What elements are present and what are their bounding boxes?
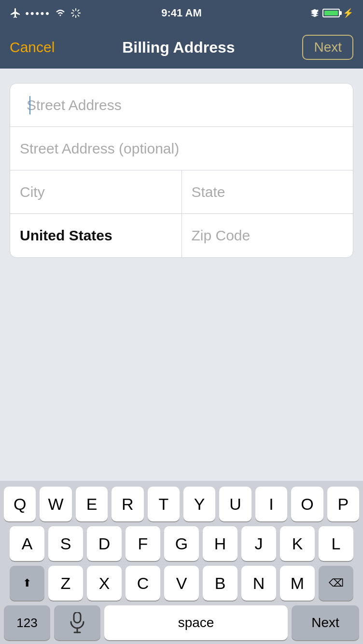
space-key[interactable]: space — [104, 605, 288, 640]
key-v[interactable]: V — [164, 566, 199, 601]
country-cell[interactable]: United States — [10, 214, 182, 257]
key-y[interactable]: Y — [183, 487, 215, 521]
backspace-icon: ⌫ — [329, 577, 344, 589]
form-card: United States — [10, 83, 353, 258]
key-g[interactable]: G — [164, 526, 199, 561]
key-z[interactable]: Z — [48, 566, 83, 601]
key-k[interactable]: K — [280, 526, 315, 561]
keyboard-row-3: ⬆ Z X C V B N M ⌫ — [4, 566, 359, 601]
key-h[interactable]: H — [203, 526, 237, 561]
keyboard: Q W E R T Y U I O P A S D F G H J K L ⬆ … — [0, 481, 363, 644]
keyboard-next-key[interactable]: Next — [292, 605, 359, 640]
key-f[interactable]: F — [126, 526, 160, 561]
key-x[interactable]: X — [87, 566, 122, 601]
battery-icon — [322, 9, 340, 17]
key-c[interactable]: C — [126, 566, 160, 601]
key-w[interactable]: W — [40, 487, 71, 521]
city-state-row — [10, 170, 353, 214]
key-m[interactable]: M — [280, 566, 315, 601]
country-zip-row: United States — [10, 214, 353, 257]
text-cursor — [29, 96, 30, 114]
state-cell[interactable] — [182, 170, 353, 213]
city-input[interactable] — [20, 184, 172, 200]
key-l[interactable]: L — [319, 526, 353, 561]
key-i[interactable]: I — [255, 487, 287, 521]
wifi-icon — [54, 8, 67, 18]
form-area: United States — [0, 69, 363, 481]
key-p[interactable]: P — [327, 487, 359, 521]
key-n[interactable]: N — [241, 566, 276, 601]
zip-code-input[interactable] — [192, 227, 344, 244]
signal-icon: ●●●●● — [25, 9, 50, 17]
street-address-input[interactable] — [20, 97, 343, 113]
nav-bar: Cancel Billing Address Next — [0, 26, 363, 69]
keyboard-row-1: Q W E R T Y U I O P — [4, 487, 359, 521]
key-a[interactable]: A — [10, 526, 44, 561]
status-right: ⚡ — [310, 8, 353, 18]
svg-rect-0 — [74, 612, 81, 623]
status-bar: ●●●●● 9:41 AM ⚡ — [0, 0, 363, 26]
city-cell[interactable] — [10, 170, 182, 213]
shift-icon: ⬆ — [23, 577, 31, 589]
key-s[interactable]: S — [48, 526, 83, 561]
microphone-icon — [70, 612, 84, 633]
numbers-key[interactable]: 123 — [4, 605, 50, 640]
key-o[interactable]: O — [291, 487, 323, 521]
state-input[interactable] — [192, 184, 344, 200]
status-time: 9:41 AM — [161, 7, 202, 19]
street-address-optional-field[interactable] — [10, 127, 353, 170]
street-address-optional-input[interactable] — [20, 140, 343, 157]
keyboard-row-2: A S D F G H J K L — [4, 526, 359, 561]
cancel-button[interactable]: Cancel — [10, 39, 55, 56]
key-u[interactable]: U — [219, 487, 251, 521]
country-value: United States — [20, 227, 112, 244]
airplane-icon — [10, 7, 21, 19]
key-t[interactable]: T — [148, 487, 180, 521]
charging-icon: ⚡ — [343, 8, 353, 18]
backspace-key[interactable]: ⌫ — [319, 566, 353, 601]
shift-key[interactable]: ⬆ — [10, 566, 44, 601]
page-title: Billing Address — [122, 39, 235, 56]
key-r[interactable]: R — [112, 487, 143, 521]
keyboard-bottom-row: 123 space Next — [4, 605, 359, 640]
status-left: ●●●●● — [10, 7, 81, 19]
activity-icon — [70, 8, 81, 18]
key-j[interactable]: J — [241, 526, 276, 561]
key-d[interactable]: D — [87, 526, 122, 561]
key-q[interactable]: Q — [4, 487, 36, 521]
nav-next-button[interactable]: Next — [302, 35, 353, 60]
key-e[interactable]: E — [76, 487, 108, 521]
location-icon — [310, 8, 320, 18]
street-address-field[interactable] — [10, 84, 353, 127]
zip-cell[interactable] — [182, 214, 353, 257]
key-b[interactable]: B — [203, 566, 237, 601]
microphone-key[interactable] — [54, 605, 100, 640]
